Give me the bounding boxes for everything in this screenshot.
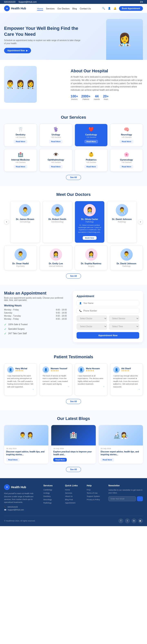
testimonials-title: Patient Testimonials: [4, 354, 143, 359]
blog-read-more-2[interactable]: Read More: [101, 458, 114, 462]
footer-link-about[interactable]: About Us: [65, 495, 83, 497]
footer-link-dentistry[interactable]: Dentistry: [43, 495, 61, 497]
pediatrics-read-more[interactable]: Read More: [84, 165, 98, 168]
twitter-icon[interactable]: t: [125, 518, 130, 523]
blog-content-2: 20 July 2024 Discover expert advice, hea…: [98, 446, 143, 464]
gynecology-count: +45 Doctors: [113, 161, 140, 164]
form-title: Appointment: [76, 294, 139, 298]
topbar: 0201916103 Support@hhub.com EN: [0, 0, 147, 4]
footer-phone-num: 0201916103: [8, 506, 18, 508]
footer-link-home[interactable]: Home: [65, 489, 83, 491]
footer-link-radiology[interactable]: Radiology: [43, 502, 61, 504]
submit-appointment-btn[interactable]: Appointment Now: [76, 332, 139, 339]
blog-img-0: 👨‍⚕️👩‍⚕️: [4, 425, 48, 446]
testimonial-author-1: 👤 Marwam Youssef ★★★★★: [42, 366, 69, 373]
testimonials-see-all-btn[interactable]: See All: [66, 399, 81, 404]
doctor-omar-avatar: 👨‍⚕️: [14, 248, 27, 260]
appointment-section: Make an Appointment Book your appointmen…: [0, 285, 147, 348]
doctor-omar-name: Dr. Omar Hadid: [7, 262, 34, 265]
newsletter-email-input[interactable]: [108, 496, 136, 501]
footer-link-appointment[interactable]: Appointment: [65, 502, 83, 504]
about-stats: 100+ Doctors 2000+ Patients 44 Awards 20…: [71, 94, 143, 100]
internal-medicine-read-more[interactable]: Read More: [14, 165, 27, 168]
service-select[interactable]: Select Service: [109, 315, 140, 322]
blogs-see-all-btn[interactable]: See All: [66, 467, 81, 472]
testimonial-text-0: I was impressed by the warm and welcomin…: [7, 374, 34, 388]
doctors-header: Meet Our Doctors: [4, 192, 143, 197]
testimonial-text-1: The level of service at Health Hub is un…: [42, 374, 69, 386]
subscribe-btn[interactable]: →: [137, 496, 143, 501]
hero-cta-btn[interactable]: Appointment Now ▶: [4, 48, 31, 53]
neurology-read-more[interactable]: Read More: [120, 140, 133, 144]
internal-medicine-count: +45 Doctors: [7, 161, 34, 164]
footer-link-neurology[interactable]: Neurology: [43, 498, 61, 500]
doctors-see-all-btn[interactable]: See All: [66, 274, 81, 278]
search-icon[interactable]: 🔍: [102, 6, 106, 10]
bell-icon[interactable]: 🔔: [113, 6, 117, 10]
dentistry-read-more[interactable]: Read More: [14, 140, 27, 144]
hours-row-2: Monday - Tuesday 8:00 - 18:00: [4, 315, 67, 317]
nav-blog[interactable]: Blog: [72, 7, 77, 10]
doctor-olivia-carter: 👩‍⚕️ Dr. Olivia Carter Pathology Dr. Oli…: [75, 201, 104, 243]
blog-read-more-0[interactable]: Read More: [6, 458, 20, 462]
footer-services-col: Services Cardiology Urology Dentistry Ne…: [43, 484, 61, 512]
doctor-emily-name: Dr. Emily Lee: [42, 262, 69, 265]
time-select[interactable]: Select Time: [109, 323, 140, 330]
doctors-see-all-wrapper: See All: [4, 274, 143, 278]
footer-link-urology[interactable]: Urology: [43, 492, 61, 494]
footer-link-blog[interactable]: Blog Post: [65, 498, 83, 500]
ophthalmology-name: Ophthalmology: [42, 158, 69, 161]
urology-read-more[interactable]: Read More: [49, 140, 62, 144]
services-grid: 🦷 Dentistry +45 Doctors Read More ⚕️ Uro…: [4, 124, 143, 172]
testimonial-name-2: Maria Hossam: [86, 368, 100, 370]
footer-link-faq[interactable]: FAQ: [87, 489, 104, 491]
gynecology-read-more[interactable]: Read More: [120, 165, 133, 168]
youtube-icon[interactable]: ▶: [138, 518, 143, 523]
service-neurology: 🧠 Neurology +45 Doctors Read More: [110, 124, 143, 146]
nav-contact[interactable]: Contact Us: [80, 7, 91, 10]
doctor-olivia-specialty: Pathology: [78, 221, 102, 223]
doctors-grid-row2: 👨‍⚕️ Dr. Omar Hadid Psychiatry 👩‍⚕️ Dr. …: [4, 245, 143, 270]
doctor-olivia-book-btn[interactable]: Book Now: [83, 236, 96, 240]
hero-doctor-img: 👩‍⚕️: [106, 19, 143, 60]
blog-title-0: Discover expert advice, health tips, and…: [6, 450, 46, 456]
pediatrics-count: +45 Doctors: [78, 161, 104, 164]
service-ophthalmology: 👁️ Ophthalmology +45 Doctors Read More: [40, 149, 72, 172]
doctor-david-johnson-2: 👨‍⚕️ Dr. David Johnson Radiology: [110, 245, 143, 270]
doctor-emily-lee: 👩‍⚕️ Dr. Emily Lee Internal Medicine: [40, 245, 72, 270]
blogs-section: Our Latest Blogs 👨‍⚕️👩‍⚕️ 18 July 2024 D…: [0, 410, 147, 478]
ophthalmology-read-more[interactable]: Read More: [49, 165, 62, 168]
arrow-icon: ▶: [26, 50, 28, 52]
doctors-prev-btn[interactable]: ‹: [4, 219, 9, 224]
date-select[interactable]: Select Doctor: [76, 323, 107, 330]
nav-home[interactable]: Home: [37, 7, 43, 10]
name-input[interactable]: [83, 302, 136, 304]
hero-image: 👩‍⚕️: [88, 19, 143, 60]
footer-email-addr: Support@hhub.com: [8, 509, 24, 511]
blogs-title: Our Latest Blogs: [4, 416, 143, 421]
doctor-select[interactable]: Select Doctor: [76, 315, 107, 322]
logo-text: Health Hub: [11, 7, 26, 10]
about-title: About Our Hospital: [71, 69, 143, 73]
services-see-all-btn[interactable]: See All: [66, 175, 81, 180]
book-appointment-btn[interactable]: Book Appointment: [119, 6, 143, 11]
nav-doctors[interactable]: Our Doctors: [57, 7, 70, 10]
facebook-icon[interactable]: f: [118, 518, 123, 523]
cardiology-read-more[interactable]: Read More: [84, 140, 98, 144]
footer-link-support[interactable]: Support System: [87, 495, 104, 497]
internal-medicine-icon: 🏥: [7, 152, 34, 157]
user-icon[interactable]: 👤: [108, 6, 111, 10]
nav-services[interactable]: Services: [46, 7, 54, 10]
blogs-see-all-wrapper: See All: [4, 467, 143, 472]
footer-link-cardiology[interactable]: Cardiology: [43, 489, 61, 491]
footer-link-privacy[interactable]: Privacy & Policy: [87, 498, 104, 500]
testimonials-header: Patient Testimonials: [4, 354, 143, 359]
footer-link-services[interactable]: Services: [65, 492, 83, 494]
phone-input[interactable]: [83, 310, 136, 312]
footer-link-terms[interactable]: Terms of Use: [87, 492, 104, 494]
hours-time-3: 8:00 - 18:00: [56, 318, 67, 320]
doctor-sophia-avatar: 👩‍⚕️: [85, 248, 98, 260]
blog-read-more-1[interactable]: Read More: [53, 458, 67, 462]
doctors-next-btn[interactable]: ›: [138, 219, 143, 224]
linkedin-icon[interactable]: in: [132, 518, 136, 523]
